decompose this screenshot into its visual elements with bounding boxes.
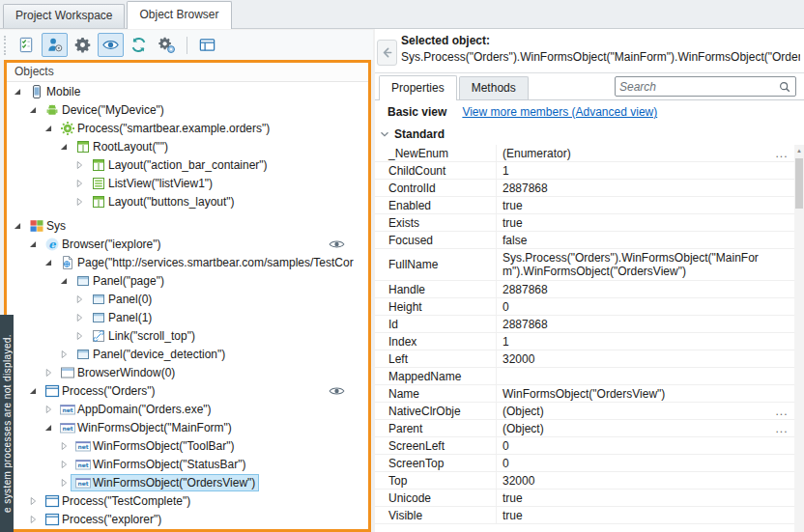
tree-item[interactable]: netWinFormsObject("ToolBar") [7, 436, 368, 455]
tree-item-content[interactable]: Panel("device_detection") [71, 346, 229, 363]
collapse-arrow-icon[interactable] [42, 421, 55, 434]
collapse-arrow-icon[interactable] [11, 85, 24, 98]
property-row[interactable]: Index1 [375, 333, 794, 350]
property-row[interactable]: ChildCount1 [375, 162, 794, 180]
tree-item[interactable]: Panel(0) [7, 290, 368, 308]
tree-item-content[interactable]: Mobile [24, 83, 84, 100]
tree-item-content[interactable]: ListView("listView1") [86, 175, 216, 192]
object-spy-button[interactable] [42, 33, 68, 57]
tree-item-content[interactable]: netAppDomain("Orders.exe") [55, 401, 215, 418]
expand-arrow-icon[interactable] [57, 348, 71, 361]
scroll-up-arrow-icon[interactable]: ▲ [794, 145, 804, 156]
tab-project-workspace[interactable]: Project Workspace [3, 4, 125, 28]
tree-item-content[interactable]: Process("TestComplete") [40, 492, 194, 510]
property-row[interactable]: MappedName [375, 368, 794, 385]
property-row[interactable]: Existstrue [375, 214, 794, 232]
tree-item-content[interactable]: Layout("buttons_layout") [86, 193, 239, 210]
tab-methods[interactable]: Methods [459, 76, 529, 99]
property-row[interactable]: ScreenTop0 [375, 455, 794, 472]
collapse-arrow-icon[interactable] [26, 384, 40, 398]
ellipsis-button[interactable]: ... [769, 405, 794, 418]
tree-item-content[interactable]: Panel(1) [86, 309, 156, 326]
collapse-arrow-icon[interactable] [57, 274, 71, 288]
property-row[interactable]: Top32000 [375, 472, 794, 490]
tree-item-content[interactable]: RootLayout("") [71, 138, 172, 155]
tree-item-content[interactable]: Process("explorer") [40, 511, 165, 528]
visibility-eye-icon[interactable] [329, 385, 345, 397]
tree-item-content[interactable]: Process("smartbear.example.orders") [55, 120, 273, 137]
tree-item-content[interactable]: Link("scroll_top") [86, 327, 199, 345]
tree-item[interactable]: Panel(1) [7, 308, 368, 326]
collapse-arrow-icon[interactable] [42, 122, 55, 135]
advanced-view-link[interactable]: View more members (Advanced view) [462, 105, 657, 119]
toolbar-grip[interactable] [4, 36, 8, 55]
property-row[interactable]: Unicodetrue [375, 490, 794, 507]
standard-section-header[interactable]: Standard [375, 124, 804, 145]
tree-item[interactable]: netWinFormsObject("OrdersView") [7, 473, 368, 491]
expand-arrow-icon[interactable] [57, 439, 71, 453]
run-settings-button[interactable] [154, 33, 180, 57]
property-row[interactable]: Handle2887868 [375, 281, 794, 298]
tree-item[interactable]: Layout("action_bar_container") [7, 155, 368, 174]
property-row[interactable]: ScreenLeft0 [375, 437, 794, 455]
tree-item[interactable]: RootLayout("") [7, 137, 368, 155]
collapse-arrow-icon[interactable] [57, 140, 71, 154]
tree-item-content[interactable]: Sys [24, 217, 70, 235]
expand-arrow-icon[interactable] [57, 476, 71, 490]
visibility-eye-icon[interactable] [329, 238, 345, 250]
property-row[interactable]: ControlId2887868 [375, 180, 794, 197]
expand-arrow-icon[interactable] [26, 513, 40, 526]
property-row[interactable]: Left32000 [375, 350, 794, 368]
back-button[interactable] [377, 40, 397, 66]
tree-item[interactable]: Layout("buttons_layout") [7, 192, 368, 210]
collapse-arrow-icon[interactable] [26, 238, 40, 251]
tab-object-browser[interactable]: Object Browser [127, 1, 231, 29]
panels-button[interactable] [194, 33, 220, 57]
search-box[interactable] [615, 76, 796, 97]
ellipsis-button[interactable]: ... [769, 422, 794, 435]
tree-item[interactable]: eBrowser("iexplore") [7, 235, 368, 253]
tree-item-content[interactable]: Panel("page") [71, 272, 168, 290]
expand-arrow-icon[interactable] [72, 293, 86, 306]
expand-arrow-icon[interactable] [42, 366, 55, 379]
tree-item[interactable]: Device("MyDevice") [7, 100, 368, 119]
expand-arrow-icon[interactable] [57, 458, 71, 471]
checklist-button[interactable] [14, 33, 40, 57]
expand-arrow-icon[interactable] [26, 494, 40, 508]
tab-properties[interactable]: Properties [379, 75, 457, 100]
tree-item-content[interactable]: Page("http://services.smartbear.com/samp… [55, 254, 358, 271]
expand-arrow-icon[interactable] [42, 403, 55, 416]
chevron-down-icon[interactable] [378, 127, 391, 141]
property-row[interactable]: Height0 [375, 298, 794, 316]
tree-item-content[interactable]: Device("MyDevice") [40, 101, 168, 119]
collapse-arrow-icon[interactable] [26, 103, 40, 117]
tree-item[interactable]: Process("explorer") [7, 510, 368, 528]
expand-arrow-icon[interactable] [72, 177, 86, 190]
tree-item[interactable]: netWinFormsObject("StatusBar") [7, 455, 368, 473]
property-row[interactable]: Visibletrue [375, 507, 794, 524]
tree-item[interactable]: ListView("listView1") [7, 174, 368, 192]
expand-arrow-icon[interactable] [72, 329, 86, 343]
tree-item[interactable]: Link("scroll_top") [7, 326, 368, 345]
vertical-scrollbar[interactable]: ▲ [794, 145, 804, 532]
tree-item-content[interactable]: Process("Orders") [40, 382, 159, 400]
property-row[interactable]: Focusedfalse [375, 232, 794, 249]
tree-item-content[interactable]: netWinFormsObject("MainForm") [55, 419, 236, 436]
property-row[interactable]: NativeClrObje(Object)... [375, 403, 794, 420]
tree-item[interactable]: Sys [7, 216, 368, 235]
scrollbar-thumb[interactable] [795, 158, 803, 209]
expand-arrow-icon[interactable] [72, 158, 86, 172]
property-row[interactable]: Parent(Object)... [375, 420, 794, 437]
tree-item-content[interactable]: netWinFormsObject("ToolBar") [71, 437, 239, 455]
tree-item[interactable]: Panel("page") [7, 271, 368, 290]
tree-item-content[interactable]: netWinFormsObject("StatusBar") [71, 456, 250, 473]
tree-item[interactable]: Process("TestComplete") [7, 491, 368, 510]
tree-item-content[interactable]: BrowserWindow(0) [55, 364, 179, 381]
tree-item[interactable]: netAppDomain("Orders.exe") [7, 400, 368, 418]
collapse-arrow-icon[interactable] [42, 256, 55, 269]
tree-item[interactable]: Process("Orders") [7, 381, 368, 400]
search-input[interactable] [619, 80, 778, 94]
tree-item-content[interactable]: eBrowser("iexplore") [40, 236, 165, 253]
tree-item[interactable]: Mobile [7, 82, 368, 100]
property-row[interactable]: Id2887868 [375, 316, 794, 333]
